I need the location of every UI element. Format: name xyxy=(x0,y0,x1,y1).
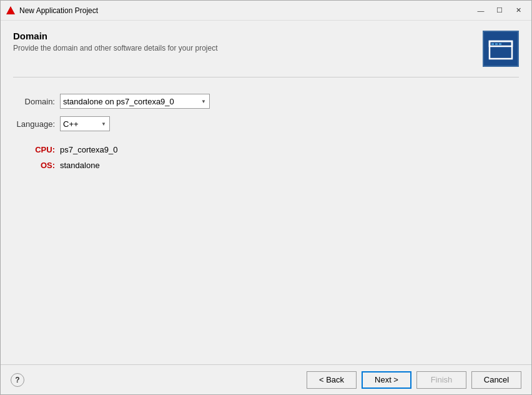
finish-button[interactable]: Finish xyxy=(416,371,466,389)
os-value: standalone xyxy=(60,161,100,170)
domain-label: Domain: xyxy=(13,97,60,106)
svg-marker-1 xyxy=(7,7,14,14)
minimize-button[interactable]: — xyxy=(473,4,489,17)
language-label: Language: xyxy=(13,119,60,129)
wizard-icon-container xyxy=(483,31,519,67)
language-select-wrapper: C++ C xyxy=(60,116,110,131)
cancel-button[interactable]: Cancel xyxy=(471,371,521,389)
footer-left: ? xyxy=(11,373,307,387)
main-panel: Domain Provide the domain and other soft… xyxy=(1,21,531,364)
next-button[interactable]: Next > xyxy=(362,371,411,389)
domain-select-wrapper: standalone on ps7_cortexa9_0 xyxy=(60,94,210,109)
back-button[interactable]: < Back xyxy=(307,371,357,389)
svg-rect-6 xyxy=(499,43,501,45)
form-spacer xyxy=(13,139,519,145)
svg-rect-4 xyxy=(491,43,494,45)
maximize-button[interactable]: ☐ xyxy=(491,4,508,17)
os-row: OS: standalone xyxy=(13,161,519,170)
wizard-icon xyxy=(488,38,513,60)
help-button[interactable]: ? xyxy=(11,373,24,387)
domain-row: Domain: standalone on ps7_cortexa9_0 xyxy=(13,94,519,109)
close-button[interactable]: ✕ xyxy=(510,4,526,17)
language-select[interactable]: C++ C xyxy=(60,116,110,131)
cpu-value: ps7_cortexa9_0 xyxy=(60,145,118,154)
main-window: New Application Project — ☐ ✕ Domain Pro… xyxy=(0,0,532,395)
language-row: Language: C++ C xyxy=(13,116,519,131)
content-area: Domain Provide the domain and other soft… xyxy=(1,21,531,364)
header-section: Domain Provide the domain and other soft… xyxy=(13,31,478,52)
footer: ? < Back Next > Finish Cancel xyxy=(1,364,531,394)
domain-select[interactable]: standalone on ps7_cortexa9_0 xyxy=(60,94,210,109)
cpu-row: CPU: ps7_cortexa9_0 xyxy=(13,145,519,154)
section-subtitle: Provide the domain and other software de… xyxy=(13,44,478,52)
footer-right: < Back Next > Finish Cancel xyxy=(307,371,521,389)
section-title: Domain xyxy=(13,31,478,41)
cpu-label: CPU: xyxy=(13,145,60,154)
app-icon xyxy=(6,6,16,16)
separator xyxy=(13,77,519,78)
window-controls: — ☐ ✕ xyxy=(473,4,526,17)
svg-rect-5 xyxy=(495,43,498,45)
window-title: New Application Project xyxy=(19,6,473,15)
form-area: Domain: standalone on ps7_cortexa9_0 Lan… xyxy=(13,88,519,354)
os-label: OS: xyxy=(13,161,60,170)
title-bar: New Application Project — ☐ ✕ xyxy=(1,1,531,21)
